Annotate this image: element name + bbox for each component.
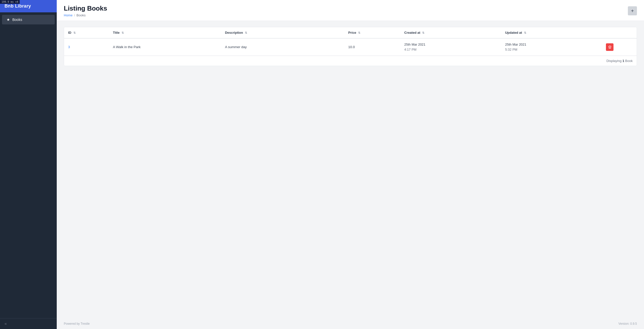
cell-description: A summer day xyxy=(221,38,344,56)
breadcrumb-home[interactable]: Home xyxy=(64,13,73,17)
table-row: 3 A Walk in the Park A summer day 10.0 2… xyxy=(64,38,637,56)
cell-id: 3 xyxy=(64,38,109,56)
col-header-id[interactable]: ID ⇅ xyxy=(64,27,109,38)
cell-price: 10.0 xyxy=(344,38,400,56)
version: Version: 0.9.5 xyxy=(619,322,637,325)
col-header-description[interactable]: Description ⇅ xyxy=(221,27,344,38)
col-header-actions xyxy=(602,27,637,38)
sidebar-nav: ★ Books xyxy=(0,12,57,318)
topbar-left: Listing Books Home / Books xyxy=(64,5,107,17)
sort-icon-id: ⇅ xyxy=(73,31,76,35)
chevron-left-icon: « xyxy=(5,321,7,326)
sort-icon-price: ⇅ xyxy=(358,31,360,35)
add-book-button[interactable]: + xyxy=(628,6,637,15)
breadcrumb-separator: / xyxy=(74,13,75,17)
trash-icon xyxy=(608,45,611,49)
cell-updated-at: 25th Mar 20215:32 PM xyxy=(501,38,602,56)
display-prefix: Displaying xyxy=(606,59,623,63)
sidebar-item-books[interactable]: ★ Books xyxy=(2,15,55,24)
breadcrumb-current: Books xyxy=(76,13,85,17)
star-icon: ★ xyxy=(7,17,10,22)
col-header-title[interactable]: Title ⇅ xyxy=(109,27,221,38)
display-count: 1 xyxy=(623,59,624,63)
books-table-container: ID ⇅ Title ⇅ Description ⇅ Price xyxy=(64,27,637,66)
debug-bar: 199.9 ms ×4 xyxy=(0,0,20,4)
sidebar-collapse[interactable]: « xyxy=(0,318,57,329)
display-suffix: Book xyxy=(624,59,633,63)
cell-actions xyxy=(602,38,637,56)
sort-icon-updated: ⇅ xyxy=(524,31,526,35)
main-content: Listing Books Home / Books + ID ⇅ xyxy=(57,0,644,329)
cell-title: A Walk in the Park xyxy=(109,38,221,56)
book-id-link[interactable]: 3 xyxy=(68,45,70,49)
col-header-created-at[interactable]: Created at ⇅ xyxy=(400,27,501,38)
page-title: Listing Books xyxy=(64,5,107,12)
col-header-updated-at[interactable]: Updated at ⇅ xyxy=(501,27,602,38)
sidebar-item-label: Books xyxy=(12,18,22,22)
debug-text: 199.9 ms ×4 xyxy=(2,1,18,3)
topbar: Listing Books Home / Books + xyxy=(57,0,644,21)
books-table: ID ⇅ Title ⇅ Description ⇅ Price xyxy=(64,27,637,56)
cell-created-at: 25th Mar 20214:17 PM xyxy=(400,38,501,56)
sort-icon-description: ⇅ xyxy=(245,31,247,35)
page-footer: Powered by Trestle Version: 0.9.5 xyxy=(57,318,644,329)
content-area: ID ⇅ Title ⇅ Description ⇅ Price xyxy=(57,21,644,318)
sort-icon-created: ⇅ xyxy=(422,31,424,35)
sidebar: 199.9 ms ×4 Bnb Library ★ Books « xyxy=(0,0,57,329)
table-header-row: ID ⇅ Title ⇅ Description ⇅ Price xyxy=(64,27,637,38)
powered-by: Powered by Trestle xyxy=(64,322,90,325)
delete-book-button[interactable] xyxy=(606,43,613,51)
col-header-price[interactable]: Price ⇅ xyxy=(344,27,400,38)
breadcrumb: Home / Books xyxy=(64,13,107,17)
table-footer: Displaying 1 Book xyxy=(64,56,637,66)
sort-icon-title: ⇅ xyxy=(122,31,124,35)
